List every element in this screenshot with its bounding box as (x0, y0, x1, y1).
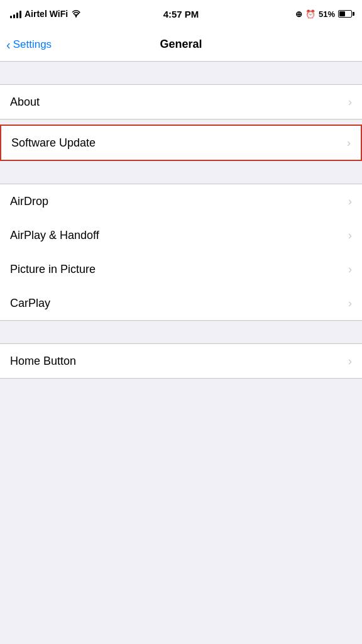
carplay-label: CarPlay (10, 297, 50, 310)
wifi-icon (71, 10, 81, 18)
home-button-row[interactable]: Home Button › (0, 344, 362, 378)
carplay-chevron-icon: › (348, 297, 352, 310)
battery-percent: 51% (319, 9, 335, 19)
about-row[interactable]: About › (0, 85, 362, 119)
airdrop-label: AirDrop (10, 195, 48, 208)
section-gap-4 (0, 321, 362, 343)
status-right: ⊕ ⏰ 51% (295, 9, 352, 19)
airplay-handoff-row[interactable]: AirPlay & Handoff › (0, 218, 362, 252)
home-button-chevron-icon: › (348, 355, 352, 368)
battery-icon (338, 10, 352, 18)
picture-in-picture-row[interactable]: Picture in Picture › (0, 252, 362, 286)
software-update-row[interactable]: Software Update › (1, 126, 361, 160)
battery-fill (339, 11, 345, 16)
back-label: Settings (13, 38, 52, 51)
nav-bar: ‹ Settings General (0, 28, 362, 62)
picture-in-picture-chevron-icon: › (348, 263, 352, 276)
page-title: General (160, 38, 202, 51)
carrier-label: Airtel WiFi (25, 9, 68, 19)
picture-in-picture-label: Picture in Picture (10, 263, 96, 276)
section-gap-1 (0, 62, 362, 84)
settings-group-4: Home Button › (0, 343, 362, 379)
section-gap-3 (0, 161, 362, 184)
status-bar: Airtel WiFi 4:57 PM ⊕ ⏰ 51% (0, 0, 362, 28)
svg-point-0 (75, 16, 77, 17)
carplay-row[interactable]: CarPlay › (0, 286, 362, 320)
about-chevron-icon: › (348, 96, 352, 109)
settings-group-1: About › (0, 84, 362, 119)
signal-icon (10, 9, 21, 18)
settings-group-3: AirDrop › AirPlay & Handoff › Picture in… (0, 184, 362, 321)
airplay-handoff-chevron-icon: › (348, 229, 352, 242)
airdrop-row[interactable]: AirDrop › (0, 184, 362, 218)
back-chevron-icon: ‹ (6, 38, 11, 51)
airdrop-chevron-icon: › (348, 195, 352, 208)
software-update-label: Software Update (11, 136, 96, 150)
status-time: 4:57 PM (163, 9, 199, 19)
status-left: Airtel WiFi (10, 9, 81, 19)
section-gap-2 (0, 119, 362, 125)
software-update-chevron-icon: › (347, 136, 351, 150)
lock-rotation-icon: ⊕ (295, 9, 302, 19)
about-label: About (10, 96, 40, 109)
airplay-handoff-label: AirPlay & Handoff (10, 229, 99, 242)
home-button-label: Home Button (10, 355, 76, 368)
settings-group-software-update: Software Update › (0, 125, 362, 161)
alarm-icon: ⏰ (305, 9, 315, 19)
back-button[interactable]: ‹ Settings (6, 38, 52, 51)
